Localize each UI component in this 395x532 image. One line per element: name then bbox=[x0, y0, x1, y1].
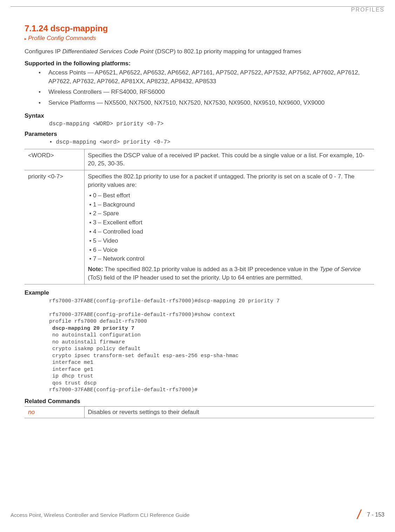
priority-values-list: 0 – Best effort 1 – Background 2 – Spare… bbox=[88, 191, 371, 263]
related-table: no Disables or reverts settings to their… bbox=[25, 406, 374, 418]
syntax-heading: Syntax bbox=[25, 112, 374, 119]
related-desc: Disables or reverts settings to their de… bbox=[84, 406, 374, 418]
note-block: Note: The specified 802.1p priority valu… bbox=[88, 265, 371, 282]
breadcrumb: Profile Config Commands bbox=[25, 35, 374, 42]
example-rest: no autoinstall configuration no autoinst… bbox=[49, 332, 239, 393]
example-l2: rfs7000-37FABE(config-profile-default-rf… bbox=[49, 312, 235, 318]
intro-pre: Configures IP bbox=[25, 48, 62, 55]
param-name: <WORD> bbox=[25, 149, 84, 170]
list-item: 7 – Network control bbox=[89, 255, 371, 263]
platforms-list: Access Points — AP6521, AP6522, AP6532, … bbox=[25, 68, 374, 107]
list-item: 6 – Voice bbox=[89, 246, 371, 254]
platform-item: Wireless Controllers — RFS4000, RFS6000 bbox=[39, 88, 374, 97]
slash-icon: / bbox=[357, 507, 361, 522]
related-heading: Related Commands bbox=[25, 398, 374, 405]
example-l3: profile rfs7000 default-rfs7000 bbox=[49, 318, 147, 324]
list-item: 0 – Best effort bbox=[89, 191, 371, 200]
param-desc: Specifies the DSCP value of a received I… bbox=[84, 149, 374, 170]
param-desc: Specifies the 802.1p priority to use for… bbox=[84, 170, 374, 284]
note-post: (ToS) field of the IP header used to set… bbox=[88, 274, 303, 281]
note-pre: The specified 802.1p priority value is a… bbox=[103, 266, 320, 272]
intro-italic: Differentiated Services Code Point bbox=[62, 48, 153, 55]
intro-paragraph: Configures IP Differentiated Services Co… bbox=[25, 48, 374, 55]
list-item: 3 – Excellent effort bbox=[89, 218, 371, 227]
list-item: 1 – Background bbox=[89, 201, 371, 209]
note-label: Note: bbox=[88, 266, 103, 272]
header-chapter-label: PROFILES bbox=[0, 7, 395, 24]
footer-left: Access Point, Wireless Controller and Se… bbox=[11, 512, 189, 518]
section-title: 7.1.24 dscp-mapping bbox=[25, 24, 374, 33]
list-item: 5 – Video bbox=[89, 237, 371, 245]
page-number: 7 - 153 bbox=[367, 512, 384, 518]
param-desc-intro: Specifies the 802.1p priority to use for… bbox=[88, 173, 355, 188]
parameters-table: <WORD> Specifies the DSCP value of a rec… bbox=[25, 149, 374, 284]
parameters-intro: • dscp-mapping <word> priority <0-7> bbox=[25, 139, 374, 145]
syntax-code: dscp-mapping <WORD> priority <0-7> bbox=[25, 121, 374, 127]
intro-post: (DSCP) to 802.1p priority mapping for un… bbox=[153, 48, 301, 55]
note-italic: Type of Service bbox=[320, 266, 361, 272]
example-bold: dscp-mapping 20 priority 7 bbox=[49, 326, 134, 331]
example-heading: Example bbox=[25, 289, 374, 296]
table-row: <WORD> Specifies the DSCP value of a rec… bbox=[25, 149, 374, 170]
list-item: 2 – Spare bbox=[89, 209, 371, 218]
parameters-heading: Parameters bbox=[25, 131, 374, 138]
footer-right: / 7 - 153 bbox=[357, 507, 384, 522]
page-footer: Access Point, Wireless Controller and Se… bbox=[0, 507, 395, 522]
page-content: 7.1.24 dscp-mapping Profile Config Comma… bbox=[0, 24, 395, 418]
example-code: rfs7000-37FABE(config-profile-default-rf… bbox=[25, 298, 374, 394]
list-item: 4 – Controlled load bbox=[89, 228, 371, 236]
platform-item: Service Platforms — NX5500, NX7500, NX75… bbox=[39, 99, 374, 107]
platforms-heading: Supported in the following platforms: bbox=[25, 60, 374, 67]
platform-item: Access Points — AP6521, AP6522, AP6532, … bbox=[39, 68, 374, 86]
table-row: no Disables or reverts settings to their… bbox=[25, 406, 374, 418]
param-name: priority <0-7> bbox=[25, 170, 84, 284]
related-cmd: no bbox=[25, 406, 84, 418]
table-row: priority <0-7> Specifies the 802.1p prio… bbox=[25, 170, 374, 284]
example-l1: rfs7000-37FABE(config-profile-default-rf… bbox=[49, 298, 280, 304]
